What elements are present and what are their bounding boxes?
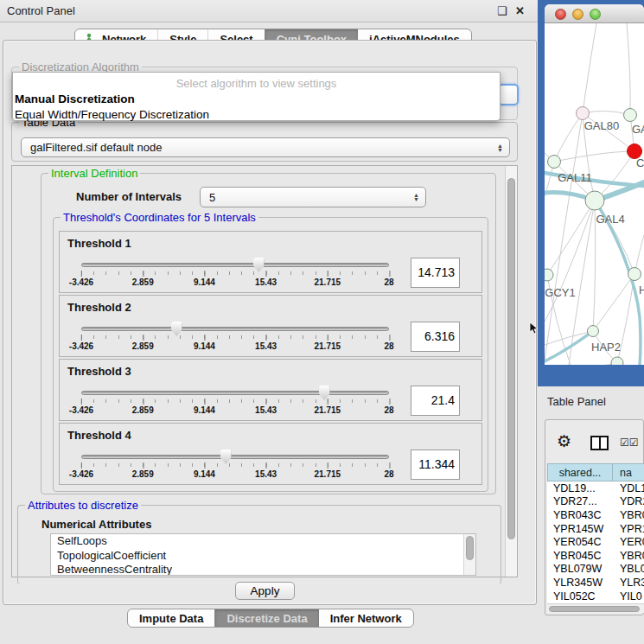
combo-spinner-icon: ▲▼ <box>413 193 419 201</box>
group-title: Interval Definition <box>48 167 140 180</box>
scrollbar-thumb[interactable] <box>507 178 515 539</box>
column-header-name[interactable]: na <box>613 463 644 481</box>
node-label: GAL80 <box>584 119 619 132</box>
zoom-traffic-light-icon[interactable] <box>590 9 601 20</box>
right-panel: GAL80 GA C GAL11 GAL4 GCY1 H HAP2 Table … <box>538 0 644 644</box>
threshold-4-slider[interactable]: -3.426 2.859 9.144 15.43 21.715 28 <box>81 448 389 474</box>
settings-scrollbar[interactable] <box>505 166 517 577</box>
table-horizontal-scrollbar[interactable] <box>547 603 644 613</box>
node-label: GAL4 <box>596 213 624 226</box>
slider-ticks <box>81 463 389 467</box>
table-panel: ⚙ ☑☑ shared... na YDL19...YDL1 YDR27...Y… <box>545 419 644 615</box>
table-row[interactable]: YLR345WYLR3 <box>547 576 644 590</box>
list-scrollbar[interactable] <box>463 534 475 575</box>
threshold-1-value-field[interactable]: 14.713 <box>411 258 460 288</box>
mouse-cursor <box>529 322 539 335</box>
threshold-3-slider[interactable]: -3.426 2.859 9.144 15.43 21.715 28 <box>81 384 389 410</box>
interval-definition-group: Interval Definition Number of Intervals … <box>41 173 496 494</box>
node-label: HAP2 <box>591 341 621 354</box>
node-hap2 <box>588 326 599 337</box>
algorithm-dropdown-popup: Select algorithm to view settings Manual… <box>12 72 501 121</box>
minimize-traffic-light-icon[interactable] <box>572 9 583 20</box>
slider-track[interactable] <box>81 263 389 267</box>
list-item[interactable]: TopologicalCoefficient <box>51 549 475 564</box>
threshold-1-panel: Threshold 1 -3.426 2.859 9.144 15.43 21.… <box>59 231 482 293</box>
table-row[interactable]: YBR043CYBR0 <box>547 508 644 522</box>
slider-handle[interactable] <box>171 322 182 336</box>
algorithm-combobox[interactable] <box>498 84 519 105</box>
number-of-intervals-combobox[interactable]: 5 ▲▼ <box>200 187 426 207</box>
number-of-intervals-label: Number of Intervals <box>76 190 182 203</box>
threshold-2-slider[interactable]: -3.426 2.859 9.144 15.43 21.715 28 <box>81 320 389 346</box>
columns-icon[interactable] <box>590 436 609 450</box>
node-gal4 <box>585 191 604 210</box>
numerical-attributes-list[interactable]: SelfLoops TopologicalCoefficient Between… <box>50 533 476 576</box>
slider-track[interactable] <box>81 391 389 395</box>
attributes-group: Attributes to discretize Numerical Attri… <box>17 505 501 584</box>
network-window-frame: GAL80 GA C GAL11 GAL4 GCY1 H HAP2 <box>538 0 644 386</box>
combo-spinner-icon: ▲▼ <box>497 143 503 152</box>
threshold-3-panel: Threshold 3 -3.426 2.859 9.144 15.43 21.… <box>59 359 482 421</box>
float-window-icon[interactable]: ❑ <box>497 4 507 17</box>
table-row[interactable]: YER054CYER0 <box>547 535 644 549</box>
apply-button[interactable]: Apply <box>235 582 295 600</box>
group-title: Threshold's Coordinates for 5 Intervals <box>61 211 258 224</box>
node-h <box>628 268 641 281</box>
table-row[interactable]: YBL079WYBL0 <box>547 563 644 577</box>
slider-handle[interactable] <box>253 258 265 272</box>
control-panel: Control Panel ❑ ✕ Network Style Select C… <box>0 0 538 644</box>
table-row[interactable]: YDR27...YDR2 <box>547 495 644 509</box>
node-label: C <box>636 156 644 169</box>
table-panel-title: Table Panel <box>547 395 606 408</box>
node-gcy1 <box>545 269 553 281</box>
table-rows: YDL19...YDL1 YDR27...YDR2 YBR043CYBR0 YP… <box>547 481 644 603</box>
table-data-group: Table Data galFiltered.sif default node … <box>11 122 518 162</box>
control-panel-titlebar: Control Panel ❑ ✕ <box>0 0 538 22</box>
table-data-selected: galFiltered.sif default node <box>30 141 162 154</box>
network-window: GAL80 GA C GAL11 GAL4 GCY1 H HAP2 <box>545 4 644 365</box>
slider-handle[interactable] <box>220 450 232 464</box>
node-partial <box>611 357 623 365</box>
cyni-bottom-tabs: Impute Data Discretize Data Infer Networ… <box>127 609 414 628</box>
table-data-combobox[interactable]: galFiltered.sif default node ▲▼ <box>21 137 510 157</box>
slider-track[interactable] <box>81 455 389 459</box>
dropdown-option-equal-width[interactable]: Equal Width/Frequency Discretization <box>13 107 500 123</box>
threshold-2-value-field[interactable]: 6.316 <box>411 322 460 352</box>
node-label: H <box>639 284 644 296</box>
table-toolbar: ⚙ ☑☑ <box>545 420 643 460</box>
network-graph: GAL80 GA C GAL11 GAL4 GCY1 H HAP2 <box>545 23 644 365</box>
close-icon[interactable]: ✕ <box>515 4 525 17</box>
network-canvas[interactable]: GAL80 GA C GAL11 GAL4 GCY1 H HAP2 <box>545 23 644 365</box>
close-traffic-light-icon[interactable] <box>555 9 566 20</box>
threshold-4-panel: Threshold 4 -3.426 2.859 9.144 15.43 21.… <box>59 423 482 485</box>
numerical-attributes-label: Numerical Attributes <box>41 518 151 531</box>
threshold-4-value-field[interactable]: 11.344 <box>411 450 460 480</box>
settings-scroll-panel: Interval Definition Number of Intervals … <box>11 165 518 577</box>
table-row[interactable]: YPR145WYPR1 <box>547 522 644 536</box>
table-row[interactable]: YBR045CYBR0 <box>547 549 644 563</box>
table-header-row: shared... na <box>547 463 644 481</box>
threshold-1-slider[interactable]: -3.426 2.859 9.144 15.43 21.715 28 <box>81 256 389 282</box>
select-columns-icon[interactable]: ☑☑ <box>620 437 639 449</box>
scrollbar-thumb[interactable] <box>466 536 474 560</box>
tab-infer-network[interactable]: Infer Network <box>319 609 413 627</box>
node-label: GAL11 <box>558 171 592 184</box>
dropdown-hint: Select algorithm to view settings <box>13 77 500 90</box>
gear-icon[interactable]: ⚙ <box>557 434 571 450</box>
tab-impute-data[interactable]: Impute Data <box>128 609 214 627</box>
network-window-titlebar[interactable] <box>545 4 644 23</box>
table-row[interactable]: YDL19...YDL1 <box>547 481 644 495</box>
scrollbar-thumb[interactable] <box>549 606 640 612</box>
panel-title: Control Panel <box>7 4 75 17</box>
cyni-toolbox-panel: Discretization Algorithm Select algorith… <box>3 40 537 605</box>
table-row[interactable]: YIL052CYIL0 <box>547 590 644 603</box>
column-header-shared-name[interactable]: shared... <box>547 463 613 481</box>
dropdown-option-manual[interactable]: Manual Discretization <box>13 92 500 107</box>
tab-discretize-data[interactable]: Discretize Data <box>214 609 318 627</box>
node-gal11 <box>548 156 561 169</box>
thresholds-group: Threshold's Coordinates for 5 Intervals … <box>53 217 488 492</box>
list-item[interactable]: BetweennessCentrality <box>51 563 475 576</box>
list-item[interactable]: SelfLoops <box>51 534 475 549</box>
slider-track[interactable] <box>81 327 389 331</box>
threshold-3-value-field[interactable]: 21.4 <box>411 386 460 416</box>
